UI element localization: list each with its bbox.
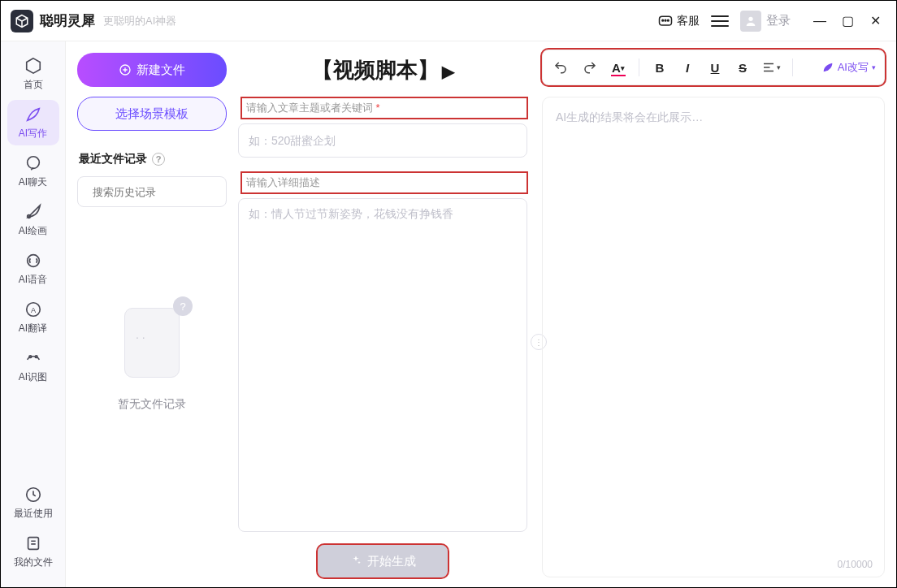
char-counter: 0/10000 (838, 559, 873, 570)
file-panel: 新建文件 选择场景模板 最近文件记录 ? · · ? 暂无文件记录 (66, 41, 238, 587)
sparkle-icon (349, 555, 362, 568)
sidebar-item-label: AI聊天 (19, 175, 47, 189)
ai-rewrite-button[interactable]: AI改写▾ (821, 60, 876, 75)
sidebar-item-ai-chat[interactable]: AI聊天 (7, 149, 59, 194)
detail-textarea[interactable] (238, 198, 527, 532)
editor-toolbar: A▾ B I U S ▾ AI改写▾ (542, 50, 885, 85)
empty-state: · · ? 暂无文件记录 (77, 296, 227, 412)
sidebar-item-ai-voice[interactable]: AI语音 (7, 246, 59, 292)
undo-button[interactable] (551, 58, 570, 77)
new-file-label: 新建文件 (136, 63, 185, 78)
svg-point-1 (662, 19, 664, 21)
sidebar-item-recent[interactable]: 最近使用 (7, 480, 59, 525)
play-icon: ▶ (442, 63, 454, 80)
bold-button[interactable]: B (651, 61, 669, 75)
sidebar-item-home[interactable]: 首页 (7, 51, 59, 97)
sidebar-item-label: AI绘画 (19, 224, 47, 238)
recent-files-title: 最近文件记录 (79, 152, 147, 166)
page-title[interactable]: 【视频脚本】▶ (238, 56, 527, 84)
toolbar-separator (639, 58, 639, 76)
page-title-text: 【视频脚本】 (312, 58, 439, 82)
login-label: 登录 (766, 13, 791, 28)
sidebar-item-label: AI语音 (19, 273, 47, 287)
sidebar-item-label: AI翻译 (19, 322, 47, 335)
maximize-button[interactable]: ▢ (836, 10, 859, 32)
italic-button[interactable]: I (678, 61, 696, 75)
svg-point-4 (748, 16, 752, 20)
empty-illustration-icon: · · ? (111, 296, 193, 386)
sidebar-item-label: 最近使用 (14, 507, 53, 521)
svg-point-3 (668, 19, 670, 21)
leaf-icon (821, 61, 834, 74)
titlebar: 聪明灵犀 更聪明的AI神器 客服 登录 — ▢ ✕ (1, 1, 896, 41)
editor-panel: 【视频脚本】▶ 请输入文章主题或者关键词 请输入详细描述 开始生成 (238, 41, 539, 587)
sidebar-item-ai-paint[interactable]: AI绘画 (7, 197, 59, 243)
help-icon[interactable]: ? (152, 153, 165, 166)
svg-rect-13 (28, 537, 38, 549)
support-label: 客服 (677, 14, 700, 28)
generate-button[interactable]: 开始生成 (318, 545, 448, 577)
generate-label: 开始生成 (367, 554, 416, 569)
sidebar-item-label: AI写作 (19, 127, 47, 141)
sidebar-item-ai-write[interactable]: AI写作 (7, 100, 59, 145)
redo-button[interactable] (580, 58, 600, 77)
align-button[interactable]: ▾ (761, 58, 781, 77)
font-color-button[interactable]: A▾ (609, 61, 627, 75)
output-panel: ⋮ A▾ B I U S ▾ AI改写▾ AI生成的结果将会在此展示… 0/10… (539, 41, 896, 587)
sidebar-item-ai-translate[interactable]: A AI翻译 (7, 295, 59, 340)
topic-input[interactable] (238, 123, 527, 158)
sidebar-item-label: AI识图 (19, 370, 47, 384)
toolbar-separator (792, 58, 793, 76)
choose-template-label: 选择场景模板 (115, 106, 188, 122)
new-file-button[interactable]: 新建文件 (77, 53, 227, 87)
output-area[interactable]: AI生成的结果将会在此展示… 0/10000 (542, 97, 885, 577)
app-logo-icon (11, 10, 33, 32)
support-button[interactable]: 客服 (657, 13, 700, 29)
ai-rewrite-label: AI改写 (838, 60, 869, 75)
login-button[interactable]: 登录 (740, 11, 791, 32)
avatar-icon (740, 11, 761, 32)
recent-files-header: 最近文件记录 ? (79, 152, 227, 166)
strike-button[interactable]: S (734, 61, 752, 75)
app-tagline: 更聪明的AI神器 (103, 14, 176, 28)
sidebar: 首页 AI写作 AI聊天 AI绘画 AI语音 A AI翻译 AI识图 (1, 41, 66, 587)
app-name: 聪明灵犀 (40, 11, 95, 30)
output-placeholder: AI生成的结果将会在此展示… (556, 110, 703, 123)
choose-template-button[interactable]: 选择场景模板 (77, 97, 227, 131)
minimize-button[interactable]: — (808, 10, 831, 32)
underline-button[interactable]: U (706, 61, 724, 75)
topic-label: 请输入文章主题或者关键词 (241, 97, 527, 119)
search-input[interactable] (93, 186, 229, 198)
search-input-wrap[interactable] (77, 176, 227, 207)
sidebar-item-label: 首页 (24, 78, 43, 92)
svg-point-2 (665, 19, 666, 21)
sidebar-item-label: 我的文件 (14, 556, 53, 569)
svg-point-5 (27, 156, 39, 168)
close-button[interactable]: ✕ (864, 10, 886, 32)
sidebar-item-myfiles[interactable]: 我的文件 (7, 529, 59, 574)
menu-icon[interactable] (711, 12, 729, 30)
svg-text:A: A (30, 305, 36, 313)
empty-text: 暂无文件记录 (118, 397, 186, 412)
detail-label: 请输入详细描述 (241, 172, 527, 193)
sidebar-item-ai-image[interactable]: AI识图 (7, 344, 59, 389)
